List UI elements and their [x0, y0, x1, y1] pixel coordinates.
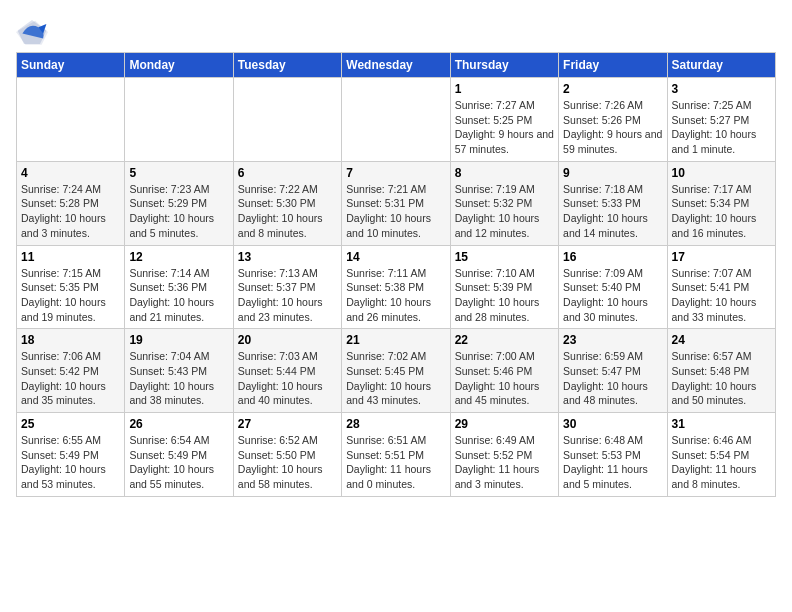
- weekday-row: SundayMondayTuesdayWednesdayThursdayFrid…: [17, 53, 776, 78]
- day-number: 2: [563, 82, 662, 96]
- day-number: 30: [563, 417, 662, 431]
- day-number: 31: [672, 417, 771, 431]
- calendar-cell: 2Sunrise: 7:26 AM Sunset: 5:26 PM Daylig…: [559, 78, 667, 162]
- calendar-cell: 7Sunrise: 7:21 AM Sunset: 5:31 PM Daylig…: [342, 161, 450, 245]
- day-number: 28: [346, 417, 445, 431]
- day-info: Sunrise: 7:14 AM Sunset: 5:36 PM Dayligh…: [129, 266, 228, 325]
- day-info: Sunrise: 7:18 AM Sunset: 5:33 PM Dayligh…: [563, 182, 662, 241]
- day-number: 23: [563, 333, 662, 347]
- calendar-week-row: 25Sunrise: 6:55 AM Sunset: 5:49 PM Dayli…: [17, 413, 776, 497]
- day-number: 25: [21, 417, 120, 431]
- day-info: Sunrise: 6:57 AM Sunset: 5:48 PM Dayligh…: [672, 349, 771, 408]
- day-number: 18: [21, 333, 120, 347]
- calendar-cell: 24Sunrise: 6:57 AM Sunset: 5:48 PM Dayli…: [667, 329, 775, 413]
- day-info: Sunrise: 7:21 AM Sunset: 5:31 PM Dayligh…: [346, 182, 445, 241]
- day-number: 8: [455, 166, 554, 180]
- weekday-header: Monday: [125, 53, 233, 78]
- day-number: 5: [129, 166, 228, 180]
- weekday-header: Saturday: [667, 53, 775, 78]
- calendar-cell: 28Sunrise: 6:51 AM Sunset: 5:51 PM Dayli…: [342, 413, 450, 497]
- calendar-week-row: 4Sunrise: 7:24 AM Sunset: 5:28 PM Daylig…: [17, 161, 776, 245]
- day-info: Sunrise: 7:00 AM Sunset: 5:46 PM Dayligh…: [455, 349, 554, 408]
- day-info: Sunrise: 6:52 AM Sunset: 5:50 PM Dayligh…: [238, 433, 337, 492]
- day-number: 12: [129, 250, 228, 264]
- calendar-cell: 30Sunrise: 6:48 AM Sunset: 5:53 PM Dayli…: [559, 413, 667, 497]
- calendar-cell: 3Sunrise: 7:25 AM Sunset: 5:27 PM Daylig…: [667, 78, 775, 162]
- calendar-week-row: 1Sunrise: 7:27 AM Sunset: 5:25 PM Daylig…: [17, 78, 776, 162]
- day-info: Sunrise: 7:23 AM Sunset: 5:29 PM Dayligh…: [129, 182, 228, 241]
- calendar-cell: 16Sunrise: 7:09 AM Sunset: 5:40 PM Dayli…: [559, 245, 667, 329]
- day-number: 3: [672, 82, 771, 96]
- calendar-cell: 6Sunrise: 7:22 AM Sunset: 5:30 PM Daylig…: [233, 161, 341, 245]
- day-info: Sunrise: 7:27 AM Sunset: 5:25 PM Dayligh…: [455, 98, 554, 157]
- day-number: 21: [346, 333, 445, 347]
- calendar-cell: 5Sunrise: 7:23 AM Sunset: 5:29 PM Daylig…: [125, 161, 233, 245]
- calendar-cell: 8Sunrise: 7:19 AM Sunset: 5:32 PM Daylig…: [450, 161, 558, 245]
- calendar-cell: 20Sunrise: 7:03 AM Sunset: 5:44 PM Dayli…: [233, 329, 341, 413]
- day-info: Sunrise: 6:48 AM Sunset: 5:53 PM Dayligh…: [563, 433, 662, 492]
- calendar-week-row: 11Sunrise: 7:15 AM Sunset: 5:35 PM Dayli…: [17, 245, 776, 329]
- day-number: 19: [129, 333, 228, 347]
- calendar-body: 1Sunrise: 7:27 AM Sunset: 5:25 PM Daylig…: [17, 78, 776, 497]
- calendar-cell: 9Sunrise: 7:18 AM Sunset: 5:33 PM Daylig…: [559, 161, 667, 245]
- day-info: Sunrise: 7:09 AM Sunset: 5:40 PM Dayligh…: [563, 266, 662, 325]
- weekday-header: Tuesday: [233, 53, 341, 78]
- day-number: 10: [672, 166, 771, 180]
- day-info: Sunrise: 7:11 AM Sunset: 5:38 PM Dayligh…: [346, 266, 445, 325]
- logo: [16, 16, 52, 48]
- calendar-cell: 22Sunrise: 7:00 AM Sunset: 5:46 PM Dayli…: [450, 329, 558, 413]
- calendar-cell: 1Sunrise: 7:27 AM Sunset: 5:25 PM Daylig…: [450, 78, 558, 162]
- calendar-table: SundayMondayTuesdayWednesdayThursdayFrid…: [16, 52, 776, 497]
- day-info: Sunrise: 7:07 AM Sunset: 5:41 PM Dayligh…: [672, 266, 771, 325]
- day-info: Sunrise: 7:22 AM Sunset: 5:30 PM Dayligh…: [238, 182, 337, 241]
- day-info: Sunrise: 7:13 AM Sunset: 5:37 PM Dayligh…: [238, 266, 337, 325]
- day-info: Sunrise: 7:02 AM Sunset: 5:45 PM Dayligh…: [346, 349, 445, 408]
- day-number: 4: [21, 166, 120, 180]
- calendar-cell: 21Sunrise: 7:02 AM Sunset: 5:45 PM Dayli…: [342, 329, 450, 413]
- day-number: 24: [672, 333, 771, 347]
- day-info: Sunrise: 6:49 AM Sunset: 5:52 PM Dayligh…: [455, 433, 554, 492]
- day-info: Sunrise: 7:24 AM Sunset: 5:28 PM Dayligh…: [21, 182, 120, 241]
- calendar-cell: 13Sunrise: 7:13 AM Sunset: 5:37 PM Dayli…: [233, 245, 341, 329]
- calendar-cell: [17, 78, 125, 162]
- day-number: 20: [238, 333, 337, 347]
- day-info: Sunrise: 7:04 AM Sunset: 5:43 PM Dayligh…: [129, 349, 228, 408]
- day-number: 11: [21, 250, 120, 264]
- day-info: Sunrise: 7:25 AM Sunset: 5:27 PM Dayligh…: [672, 98, 771, 157]
- calendar-cell: 27Sunrise: 6:52 AM Sunset: 5:50 PM Dayli…: [233, 413, 341, 497]
- calendar-cell: [342, 78, 450, 162]
- calendar-cell: 4Sunrise: 7:24 AM Sunset: 5:28 PM Daylig…: [17, 161, 125, 245]
- day-number: 14: [346, 250, 445, 264]
- page-header: [16, 16, 776, 48]
- calendar-cell: 17Sunrise: 7:07 AM Sunset: 5:41 PM Dayli…: [667, 245, 775, 329]
- logo-icon: [16, 16, 48, 48]
- day-info: Sunrise: 7:17 AM Sunset: 5:34 PM Dayligh…: [672, 182, 771, 241]
- calendar-cell: 26Sunrise: 6:54 AM Sunset: 5:49 PM Dayli…: [125, 413, 233, 497]
- day-info: Sunrise: 7:03 AM Sunset: 5:44 PM Dayligh…: [238, 349, 337, 408]
- day-info: Sunrise: 7:06 AM Sunset: 5:42 PM Dayligh…: [21, 349, 120, 408]
- day-number: 1: [455, 82, 554, 96]
- calendar-cell: 18Sunrise: 7:06 AM Sunset: 5:42 PM Dayli…: [17, 329, 125, 413]
- day-info: Sunrise: 7:15 AM Sunset: 5:35 PM Dayligh…: [21, 266, 120, 325]
- day-number: 15: [455, 250, 554, 264]
- calendar-cell: 23Sunrise: 6:59 AM Sunset: 5:47 PM Dayli…: [559, 329, 667, 413]
- day-info: Sunrise: 7:10 AM Sunset: 5:39 PM Dayligh…: [455, 266, 554, 325]
- day-number: 9: [563, 166, 662, 180]
- day-number: 27: [238, 417, 337, 431]
- calendar-cell: 25Sunrise: 6:55 AM Sunset: 5:49 PM Dayli…: [17, 413, 125, 497]
- calendar-cell: 19Sunrise: 7:04 AM Sunset: 5:43 PM Dayli…: [125, 329, 233, 413]
- day-number: 17: [672, 250, 771, 264]
- day-number: 13: [238, 250, 337, 264]
- day-number: 29: [455, 417, 554, 431]
- weekday-header: Sunday: [17, 53, 125, 78]
- weekday-header: Friday: [559, 53, 667, 78]
- day-info: Sunrise: 6:54 AM Sunset: 5:49 PM Dayligh…: [129, 433, 228, 492]
- calendar-cell: [233, 78, 341, 162]
- day-info: Sunrise: 7:26 AM Sunset: 5:26 PM Dayligh…: [563, 98, 662, 157]
- calendar-cell: 31Sunrise: 6:46 AM Sunset: 5:54 PM Dayli…: [667, 413, 775, 497]
- calendar-header: SundayMondayTuesdayWednesdayThursdayFrid…: [17, 53, 776, 78]
- calendar-cell: 12Sunrise: 7:14 AM Sunset: 5:36 PM Dayli…: [125, 245, 233, 329]
- calendar-cell: [125, 78, 233, 162]
- day-number: 6: [238, 166, 337, 180]
- day-number: 7: [346, 166, 445, 180]
